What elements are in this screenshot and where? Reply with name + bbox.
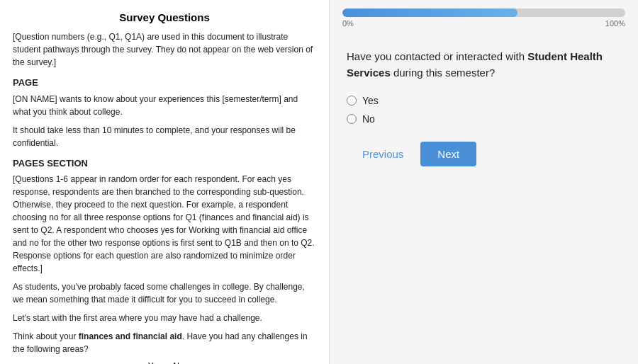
survey-question-panel: 0% 100% Have you contacted or interacted… <box>330 0 638 364</box>
previous-button[interactable]: Previous <box>354 142 412 166</box>
navigation-buttons: Previous Next <box>347 142 621 166</box>
answer-options: Yes No <box>347 95 621 125</box>
progress-label-right: 100% <box>605 19 625 28</box>
radio-yes[interactable] <box>347 96 357 106</box>
page-text: [ON NAME] wants to know about your exper… <box>13 93 316 118</box>
question-text: Have you contacted or interacted with St… <box>347 49 621 81</box>
question-text-before: Have you contacted or interacted with <box>347 50 527 62</box>
progress-label-left: 0% <box>342 19 354 28</box>
option-yes[interactable]: Yes <box>347 95 621 106</box>
question-area: Have you contacted or interacted with St… <box>330 32 638 364</box>
question-text-after: during this semester? <box>391 67 496 79</box>
col-no: No <box>167 361 189 364</box>
option-yes-label: Yes <box>362 95 379 106</box>
start-with-text: Let's start with the first area where yo… <box>13 312 316 324</box>
radio-no[interactable] <box>347 114 357 124</box>
page-heading: PAGE <box>13 76 316 90</box>
pages-section-text: [Questions 1-6 appear in random order fo… <box>13 173 316 275</box>
survey-document-panel: Survey Questions [Question numbers (e.g.… <box>0 0 330 364</box>
pages-section-heading: PAGES SECTION <box>13 157 316 171</box>
as-students-text: As students, you've probably faced some … <box>13 280 316 306</box>
option-no[interactable]: No <box>347 113 621 125</box>
next-button[interactable]: Next <box>420 142 476 166</box>
challenge-table: Yes No g college and living expenses ○ ○… <box>13 361 316 364</box>
time-note: It should take less than 10 minutes to c… <box>13 124 316 149</box>
progress-bar-area: 0% 100% <box>330 0 638 32</box>
progress-track <box>342 8 625 17</box>
progress-labels: 0% 100% <box>342 19 625 28</box>
col-yes: Yes <box>142 361 168 364</box>
intro-text: [Question numbers (e.g., Q1, Q1A) are us… <box>13 30 316 69</box>
option-no-label: No <box>362 113 375 125</box>
left-panel-title: Survey Questions <box>13 11 316 23</box>
finances-intro-text: Think about your finances and financial … <box>13 330 316 356</box>
finances-bold: finances and financial aid <box>79 331 182 341</box>
progress-fill <box>342 8 517 17</box>
